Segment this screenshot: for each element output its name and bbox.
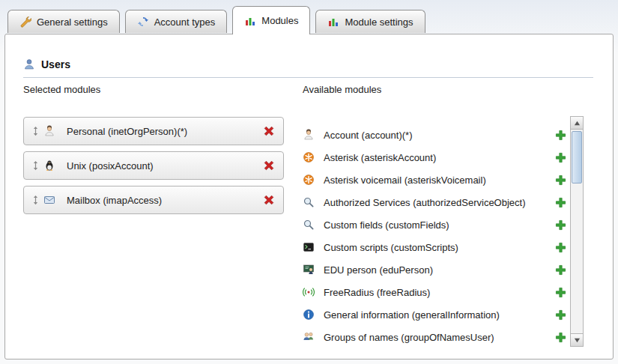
tab-label: Modules [261, 15, 298, 26]
tab-label: Module settings [345, 16, 413, 28]
add-module-button[interactable] [555, 242, 566, 253]
content-panel: Users Selected modules Available modules… [4, 34, 614, 360]
modules-icon [244, 15, 256, 27]
asterisk-icon [303, 151, 316, 163]
tab-account-types[interactable]: Account types [125, 10, 228, 33]
tab-label: Account types [154, 16, 216, 28]
selected-module-row[interactable]: Mailbox (imapAccess) [23, 186, 284, 214]
available-module-row: Asterisk voicemail (asteriskVoicemail) [303, 169, 566, 191]
available-module-row: FreeRadius (freeRadius) [303, 281, 566, 303]
module-label: Authorized Services (authorizedServiceOb… [324, 197, 526, 208]
scrollbar-thumb[interactable] [572, 131, 582, 183]
available-module-row: General information (generalInformation) [303, 303, 566, 326]
tab-modules[interactable]: Modules [232, 6, 310, 34]
module-label: Custom fields (customFields) [324, 219, 449, 231]
module-label: General information (generalInformation) [324, 309, 500, 321]
magnifier-icon [303, 196, 316, 208]
asterisk-icon [303, 174, 316, 186]
available-module-row: Authorized Services (authorizedServiceOb… [303, 191, 566, 213]
available-module-row: EDU person (eduPerson) [303, 258, 566, 281]
add-module-button[interactable] [555, 309, 566, 321]
scrollbar[interactable] [570, 116, 584, 347]
module-label: Asterisk voicemail (asteriskVoicemail) [324, 175, 486, 186]
mail-icon [43, 194, 57, 206]
drag-handle-icon[interactable] [31, 160, 43, 171]
selected-module-row[interactable]: Personal (inetOrgPerson)(*) [23, 117, 284, 145]
module-label: Mailbox (imapAccess) [67, 195, 162, 206]
magnifier-icon [303, 219, 316, 231]
available-module-row: Groups of names (groupOfNamesUser) [303, 326, 566, 348]
module-label: Groups of names (groupOfNamesUser) [324, 332, 494, 343]
scroll-up-button[interactable] [571, 117, 583, 130]
scroll-down-button[interactable] [571, 333, 583, 346]
module-label: FreeRadius (freeRadius) [324, 287, 430, 298]
module-label: Unix (posixAccount) [67, 160, 154, 172]
module-label: Account (account)(*) [324, 130, 413, 141]
person-icon [303, 129, 316, 141]
penguin-icon [43, 160, 57, 172]
info-icon [303, 309, 316, 321]
module-settings-icon [327, 16, 339, 28]
add-module-button[interactable] [555, 264, 566, 276]
tab-label: General settings [37, 16, 108, 28]
antenna-icon [303, 286, 316, 298]
selected-module-row[interactable]: Unix (posixAccount) [23, 151, 284, 180]
add-module-button[interactable] [555, 152, 566, 163]
remove-module-button[interactable] [262, 159, 276, 172]
drag-handle-icon[interactable] [31, 126, 43, 136]
terminal-icon [303, 241, 316, 253]
available-module-row: Custom fields (customFields) [303, 213, 566, 236]
remove-module-button[interactable] [262, 124, 276, 138]
refresh-icon [137, 16, 149, 28]
available-modules-heading: Available modules [303, 84, 381, 95]
tab-general-settings[interactable]: General settings [7, 10, 120, 33]
add-module-button[interactable] [555, 197, 566, 208]
selected-modules-heading: Selected modules [23, 84, 100, 95]
add-module-button[interactable] [555, 175, 566, 186]
tab-bar: General settings Account types Modules M… [7, 6, 425, 34]
teacher-icon [303, 264, 316, 276]
module-label: EDU person (eduPerson) [324, 264, 433, 276]
add-module-button[interactable] [555, 219, 566, 231]
group-icon [303, 331, 316, 343]
selected-modules-list: Personal (inetOrgPerson)(*) Unix (posixA… [23, 117, 284, 214]
add-module-button[interactable] [555, 287, 566, 298]
section-divider [23, 77, 593, 78]
add-module-button[interactable] [555, 332, 566, 343]
section-title: Users [41, 58, 70, 70]
available-module-row: Account (account)(*) [303, 124, 566, 146]
arrow-down-icon [574, 333, 581, 347]
available-module-row: Custom scripts (customScripts) [303, 236, 566, 258]
available-module-row: Asterisk (asteriskAccount) [303, 146, 566, 169]
remove-module-button[interactable] [262, 193, 276, 207]
section-heading: Users [23, 58, 70, 70]
wrench-icon [19, 16, 31, 28]
add-module-button[interactable] [555, 130, 566, 141]
app-window: General settings Account types Modules M… [0, 0, 618, 364]
module-label: Custom scripts (customScripts) [324, 242, 458, 253]
user-blue-icon [23, 58, 35, 70]
person-icon [43, 125, 57, 137]
tab-module-settings[interactable]: Module settings [315, 10, 425, 33]
available-modules-list: Account (account)(*) Asterisk (asteriskA… [303, 124, 566, 348]
module-label: Asterisk (asteriskAccount) [324, 152, 436, 163]
module-label: Personal (inetOrgPerson)(*) [67, 126, 187, 137]
arrow-up-icon [574, 116, 581, 130]
drag-handle-icon[interactable] [31, 195, 43, 205]
